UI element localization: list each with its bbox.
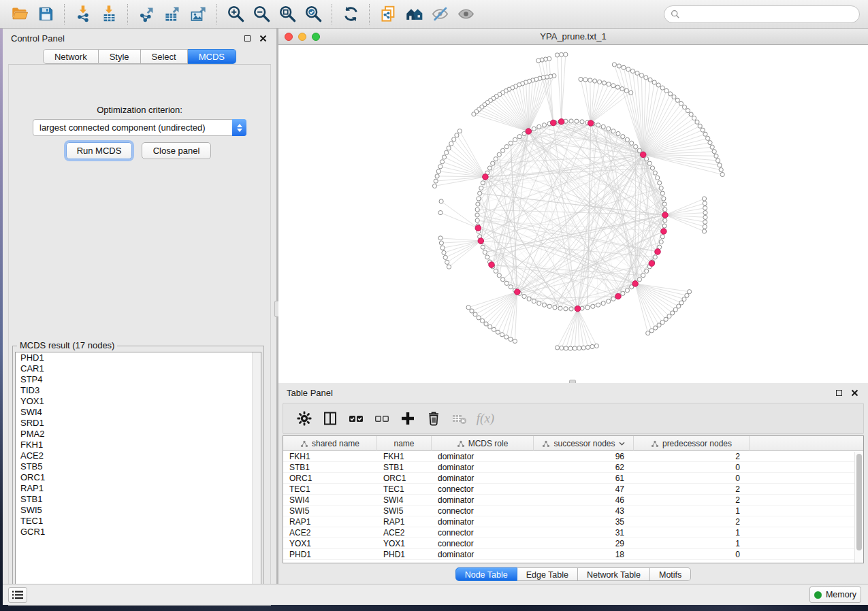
table-cell: 1	[634, 538, 750, 548]
table-row[interactable]: SWI5SWI5connector431	[283, 506, 863, 516]
table-row[interactable]: ACE2ACE2connector311	[283, 527, 863, 538]
show-all-button[interactable]	[453, 3, 479, 26]
network-graph[interactable]	[278, 45, 868, 383]
close-panel-button[interactable]	[257, 33, 268, 44]
float-panel-button[interactable]	[242, 33, 253, 44]
table-row[interactable]: SWI4SWI4dominator462	[283, 495, 863, 506]
export-table-button[interactable]	[159, 3, 185, 26]
list-item[interactable]: CAR1	[16, 363, 261, 374]
close-panel-button-mcds[interactable]: Close panel	[142, 142, 211, 159]
search-input[interactable]	[680, 7, 859, 21]
tab-network-table[interactable]: Network Table	[578, 567, 650, 581]
close-table-panel-button[interactable]	[849, 387, 860, 398]
table-cell: RAP1	[377, 516, 432, 527]
table-cell: TEC1	[377, 484, 432, 494]
duplicate-network-button[interactable]	[375, 3, 401, 26]
zoom-in-button[interactable]	[223, 3, 248, 26]
list-item[interactable]: SRD1	[16, 418, 261, 429]
column-header-successor-nodes[interactable]: successor nodes	[534, 436, 634, 451]
add-column-button[interactable]	[395, 406, 421, 431]
list-item[interactable]: PMA2	[16, 429, 261, 440]
table-cell: SWI5	[283, 506, 377, 516]
mcds-result-group: MCDS result (17 nodes) PHD1CAR1STP4TID3Y…	[12, 346, 264, 599]
table-row[interactable]: PHD1PHD1dominator180	[283, 549, 863, 560]
tab-motifs[interactable]: Motifs	[650, 567, 691, 581]
zoom-out-icon	[253, 5, 271, 23]
list-item[interactable]: ORC1	[16, 472, 261, 483]
table-cell: 31	[534, 527, 634, 538]
import-table-button[interactable]	[96, 3, 122, 26]
tab-node-table[interactable]: Node Table	[455, 567, 517, 581]
list-item[interactable]: GCR1	[16, 527, 261, 538]
select-all-button[interactable]	[343, 406, 369, 431]
tab-mcds[interactable]: MCDS	[188, 49, 236, 64]
list-item[interactable]: PHD1	[16, 352, 261, 363]
table-scrollbar-track[interactable]	[854, 452, 863, 563]
table-cell: 0	[634, 462, 750, 472]
zoom-out-button[interactable]	[248, 3, 274, 26]
list-scrollbar-track[interactable]	[252, 352, 261, 595]
hide-selected-button[interactable]	[427, 3, 453, 26]
mcds-result-list[interactable]: PHD1CAR1STP4TID3YOX1SWI4SRD1PMA2FKH1ACE2…	[15, 352, 261, 595]
table-cell: dominator	[432, 451, 534, 461]
mcds-result-title: MCDS result (17 nodes)	[17, 340, 117, 350]
list-item[interactable]: STB1	[16, 494, 261, 505]
list-item[interactable]: TEC1	[16, 516, 261, 527]
column-header-shared-name[interactable]: shared name	[283, 436, 377, 451]
run-mcds-button[interactable]: Run MCDS	[66, 142, 132, 159]
table-cell: 96	[534, 451, 634, 461]
save-session-button[interactable]	[33, 3, 59, 26]
table-row[interactable]: TEC1TEC1connector472	[283, 484, 863, 495]
column-header-MCDS-role[interactable]: MCDS role	[432, 436, 534, 451]
list-item[interactable]: STB5	[16, 461, 261, 472]
list-item[interactable]: YOX1	[16, 396, 261, 407]
table-row[interactable]: ORC1ORC1dominator610	[283, 473, 863, 484]
table-cell: dominator	[432, 516, 534, 527]
show-panels-list-button[interactable]	[8, 587, 27, 603]
tab-select[interactable]: Select	[141, 49, 188, 64]
network-canvas[interactable]	[278, 45, 868, 383]
toolbar-separator	[216, 4, 217, 24]
export-image-button[interactable]	[185, 3, 211, 26]
tab-edge-table[interactable]: Edge Table	[517, 567, 578, 581]
network-window: YPA_prune.txt_1	[278, 29, 868, 383]
memory-button[interactable]: Memory	[809, 587, 861, 603]
float-table-panel-button[interactable]	[833, 387, 844, 398]
list-item[interactable]: TID3	[16, 385, 261, 396]
column-header-name[interactable]: name	[377, 436, 432, 451]
function-builder-button[interactable]: f(x)	[472, 406, 498, 431]
table-cell: 1	[634, 506, 750, 516]
settings-gear-button[interactable]	[291, 406, 317, 431]
list-item[interactable]: RAP1	[16, 483, 261, 494]
table-cell: dominator	[432, 549, 534, 559]
list-item[interactable]: SWI4	[16, 407, 261, 418]
zoom-fit-button[interactable]	[274, 3, 300, 26]
tab-style[interactable]: Style	[99, 49, 141, 64]
table-row[interactable]: STB1STB1dominator620	[283, 462, 863, 473]
eye-slash-icon	[431, 5, 449, 23]
table-row[interactable]: FKH1FKH1dominator962	[283, 451, 863, 462]
export-network-button[interactable]	[133, 3, 159, 26]
delete-table-button[interactable]	[447, 406, 472, 431]
first-neighbors-button[interactable]	[401, 3, 427, 26]
zoom-selected-button[interactable]	[300, 3, 326, 26]
import-network-button[interactable]	[70, 3, 96, 26]
deselect-all-button[interactable]	[369, 406, 395, 431]
table-scrollbar-thumb[interactable]	[856, 454, 862, 550]
list-item[interactable]: FKH1	[16, 440, 261, 450]
refresh-view-button[interactable]	[338, 3, 364, 26]
table-row[interactable]: RAP1RAP1dominator352	[283, 516, 863, 527]
list-item[interactable]: STP4	[16, 374, 261, 385]
column-header-predecessor-nodes[interactable]: predecessor nodes	[634, 436, 750, 451]
table-header-row: shared namenameMCDS rolesuccessor nodesp…	[283, 436, 863, 451]
open-file-button[interactable]	[7, 3, 33, 26]
split-pane-button[interactable]	[317, 406, 343, 431]
delete-column-button[interactable]	[421, 406, 447, 431]
list-item[interactable]: ACE2	[16, 450, 261, 461]
table-row[interactable]: YOX1YOX1connector291	[283, 538, 863, 549]
criterion-select[interactable]: largest connected component (undirected)	[33, 119, 246, 136]
network-window-titlebar[interactable]: YPA_prune.txt_1	[278, 29, 868, 45]
list-item[interactable]: SWI5	[16, 505, 261, 516]
tab-network[interactable]: Network	[43, 49, 99, 64]
table-cell: TEC1	[283, 484, 377, 494]
